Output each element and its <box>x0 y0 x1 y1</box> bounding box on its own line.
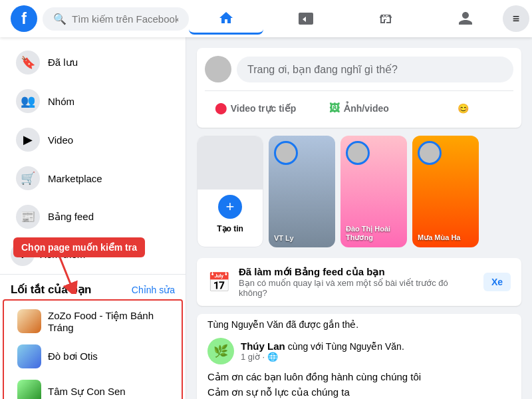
sidebar-item-saved[interactable]: 🔖 Đã lưu <box>5 44 180 81</box>
shortcut-tamsu[interactable]: Tâm Sự Con Sen <box>7 374 179 399</box>
post-card: Tùng Nguyễn Văn đã được gắn thẻ. 🌿 Thúy … <box>197 314 521 399</box>
facebook-logo: f <box>11 5 37 32</box>
sidebar-label-marketplace: Marketplace <box>48 173 102 184</box>
post-header: 🌿 Thúy Lan cùng với Tùng Nguyễn Văn. 1 g… <box>197 330 521 364</box>
menu-icon-btn[interactable]: ≡ <box>503 5 529 32</box>
post-time: 1 giờ · 🌐 <box>241 352 511 362</box>
shortcuts-edit[interactable]: Chỉnh sửa <box>132 285 175 295</box>
header-nav <box>189 3 503 35</box>
story-create-plus-icon: + <box>218 195 242 219</box>
tamsu-thumb <box>17 380 41 399</box>
sidebar-label-video: Video <box>48 134 73 146</box>
post-author: Thúy Lan cùng với Tùng Nguyễn Văn. <box>241 340 511 352</box>
nav-profile[interactable] <box>428 3 503 35</box>
update-icon: 📅 <box>207 271 231 293</box>
search-bar[interactable]: 🔍 <box>43 7 189 31</box>
vtly-label: VT Ly <box>274 234 330 242</box>
compose-live-label: Video trực tiếp <box>231 103 297 114</box>
nav-home[interactable] <box>189 3 263 35</box>
compose-emoji[interactable]: 😊 <box>412 96 513 120</box>
story-mua[interactable]: Mưa Mùa Ha <box>412 136 479 247</box>
sidebar-label-saved: Đã lưu <box>48 57 78 68</box>
feed-area: Trang ơi, bạn đang nghĩ gì thế? ⬤ Video … <box>186 37 532 399</box>
saved-icon: 🔖 <box>16 51 40 74</box>
compose-photo-label: Ảnh/video <box>344 103 389 114</box>
photo-icon: 🖼 <box>329 102 340 114</box>
see-more-label: Xem thêm <box>40 249 85 260</box>
shortcuts-list-box: ZoZo Food - Tiệm Bánh Tráng Đò bơi Otis … <box>3 299 183 399</box>
sidebar-see-more[interactable]: ∨ Xem thêm <box>0 237 186 271</box>
update-btn[interactable]: Xe <box>483 273 511 291</box>
video-icon: ▶ <box>16 128 40 152</box>
chevron-down-icon: ∨ <box>11 242 35 266</box>
author-name: Thúy Lan <box>241 340 285 352</box>
zozo-label: ZoZo Food - Tiệm Bánh Tráng <box>48 310 168 333</box>
doboi-thumb <box>17 344 41 368</box>
post-body: Cảm ơn các bạn luôn đồng hành cùng chúng… <box>197 364 521 399</box>
mua-label: Mưa Mùa Ha <box>418 233 473 242</box>
update-text: Đã làm mới Bảng feed của bạn Bạn có muốn… <box>239 266 475 298</box>
story-dao[interactable]: Đào Thị Hoài Thương <box>340 136 407 247</box>
feed-icon: 📰 <box>16 205 40 229</box>
search-icon: 🔍 <box>53 13 66 25</box>
compose-avatar <box>205 56 231 82</box>
search-input[interactable] <box>72 13 178 25</box>
sidebar-item-video[interactable]: ▶ Video <box>5 121 180 158</box>
post-tagged-text: Tùng Nguyễn Văn đã được gắn thẻ. <box>197 314 521 330</box>
shortcuts-header: Lối tắt của bạn Chỉnh sửa <box>0 277 186 299</box>
compose-photo[interactable]: 🖼 Ảnh/video <box>309 96 410 120</box>
shortcut-doboi[interactable]: Đò bơi Otis <box>7 339 179 374</box>
sidebar-item-groups[interactable]: 👥 Nhóm <box>5 82 180 120</box>
compose-input[interactable]: Trang ơi, bạn đang nghĩ gì thế? <box>237 57 513 82</box>
tamsu-label: Tâm Sự Con Sen <box>48 386 126 398</box>
dao-label: Đào Thị Hoài Thương <box>346 225 402 242</box>
shortcuts-title: Lối tắt của bạn <box>11 283 91 297</box>
sidebar-label-groups: Nhóm <box>48 96 74 107</box>
story-create[interactable]: + Tạo tin <box>197 136 263 247</box>
story-vtly[interactable]: VT Ly <box>269 136 335 247</box>
update-sub: Bạn có muốn quay lại và xem một số bài v… <box>239 278 475 298</box>
header-right: ≡ 💬 🔔 ▼ <box>503 5 532 32</box>
mua-avatar <box>418 141 442 165</box>
sidebar-item-marketplace[interactable]: 🛒 Marketplace <box>5 160 180 197</box>
story-create-label: Tạo tin <box>214 224 246 233</box>
sidebar-divider <box>0 274 186 275</box>
nav-video[interactable] <box>269 3 343 35</box>
author-with-text: cùng với Tùng Nguyễn Văn. <box>288 341 404 352</box>
groups-icon: 👥 <box>16 89 40 113</box>
nav-marketplace[interactable] <box>348 3 423 35</box>
post-avatar: 🌿 <box>207 338 234 364</box>
emoji-icon: 😊 <box>458 103 469 114</box>
live-dot-icon: ⬤ <box>215 102 227 114</box>
shortcut-zozo[interactable]: ZoZo Food - Tiệm Bánh Tráng <box>7 304 179 338</box>
doboi-label: Đò bơi Otis <box>48 350 98 362</box>
update-title: Đã làm mới Bảng feed của bạn <box>239 266 475 278</box>
header-left: f 🔍 <box>11 5 189 32</box>
story-bar: + Tạo tin VT Ly Đào Thị Hoài Thương Mưa … <box>197 136 521 247</box>
post-line-2: Cảm ơn sự nỗ lực của chúng ta <box>207 385 511 400</box>
sidebar-label-feed: Bảng feed <box>48 211 94 223</box>
update-banner: 📅 Đã làm mới Bảng feed của bạn Bạn có mu… <box>197 258 521 306</box>
post-compose: Trang ơi, bạn đang nghĩ gì thế? ⬤ Video … <box>197 48 521 128</box>
marketplace-icon: 🛒 <box>16 166 40 190</box>
zozo-thumb <box>17 309 41 333</box>
post-meta: Thúy Lan cùng với Tùng Nguyễn Văn. 1 giờ… <box>241 340 511 362</box>
vtly-avatar <box>274 141 298 165</box>
compose-actions: ⬤ Video trực tiếp 🖼 Ảnh/video 😊 <box>205 90 513 120</box>
sidebar: 🔖 Đã lưu 👥 Nhóm ▶ Video 🛒 Marketplace 📰 … <box>0 37 186 399</box>
shortcuts-section: Lối tắt của bạn Chỉnh sửa Chọn page muốn… <box>0 277 186 399</box>
sidebar-item-feed[interactable]: 📰 Bảng feed <box>5 198 180 235</box>
compose-top: Trang ơi, bạn đang nghĩ gì thế? <box>205 56 513 82</box>
header: f 🔍 ≡ 💬 🔔 ▼ <box>0 0 532 37</box>
dao-avatar <box>346 141 370 165</box>
compose-live[interactable]: ⬤ Video trực tiếp <box>205 96 306 120</box>
post-line-1: Cảm ơn các bạn luôn đồng hành cùng chúng… <box>207 370 511 385</box>
main-layout: 🔖 Đã lưu 👥 Nhóm ▶ Video 🛒 Marketplace 📰 … <box>0 37 532 399</box>
